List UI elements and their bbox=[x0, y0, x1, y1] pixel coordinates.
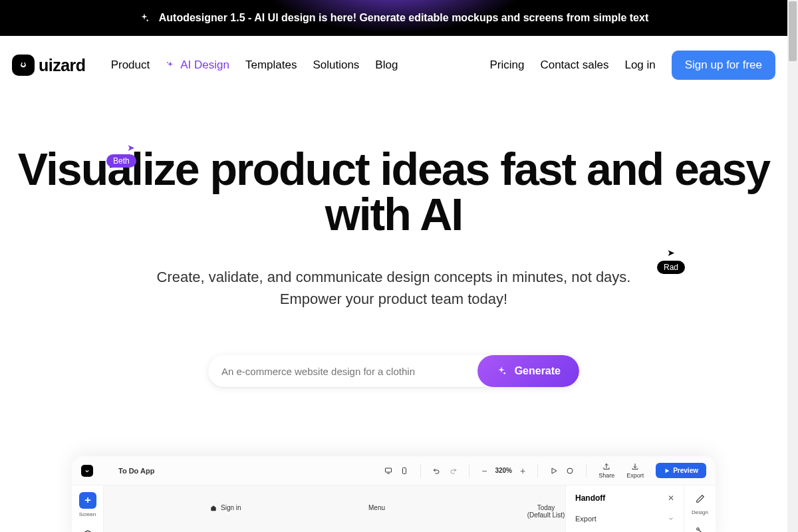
nav-primary: Product AI Design Templates Solutions Bl… bbox=[111, 59, 398, 72]
svg-point-6 bbox=[567, 468, 573, 473]
mobile-icon[interactable] bbox=[400, 467, 408, 475]
sidebar-screen-label: Screen bbox=[79, 511, 96, 517]
site-header: uizard Product AI Design Templates Solut… bbox=[0, 36, 787, 94]
zoom-group: − 320% + bbox=[481, 466, 525, 476]
cursor-arrow-icon: ➤ bbox=[126, 142, 136, 153]
layers-icon bbox=[82, 529, 93, 532]
undo-redo-group bbox=[433, 467, 457, 475]
nav-contact[interactable]: Contact sales bbox=[540, 59, 608, 72]
svg-point-1 bbox=[503, 372, 505, 374]
handoff-panel: Handoff ✕ Export bbox=[565, 485, 684, 532]
app-topbar: To Do App − 320% + bbox=[72, 456, 716, 485]
nav-product[interactable]: Product bbox=[111, 59, 150, 72]
play-group bbox=[550, 467, 574, 475]
logo-icon bbox=[12, 55, 35, 76]
zoom-out-icon[interactable]: − bbox=[481, 466, 487, 476]
hero-section: Visualize product ideas fast and easy wi… bbox=[0, 94, 787, 532]
nav-pricing[interactable]: Pricing bbox=[489, 59, 524, 72]
canvas-screen-signin[interactable]: Sign in bbox=[210, 504, 241, 511]
sparkle-icon bbox=[139, 13, 150, 23]
toolbar-divider bbox=[420, 464, 421, 477]
app-logo-mini-icon bbox=[81, 465, 93, 477]
close-icon[interactable]: ✕ bbox=[668, 493, 674, 503]
canvas-screen-today[interactable]: Today (Default List) bbox=[527, 504, 565, 519]
preview-button[interactable]: Preview bbox=[656, 463, 706, 478]
app-preview-mockup: To Do App − 320% + bbox=[72, 456, 716, 532]
nav-secondary: Pricing Contact sales Log in Sign up for… bbox=[489, 51, 775, 80]
nav-solutions[interactable]: Solutions bbox=[313, 59, 359, 72]
app-sidebar-right: Handoff ✕ Export Design bbox=[565, 485, 716, 532]
zoom-in-icon[interactable]: + bbox=[520, 466, 525, 476]
svg-rect-4 bbox=[403, 467, 406, 473]
toolbar-divider bbox=[537, 464, 538, 477]
svg-point-0 bbox=[167, 62, 168, 63]
device-toggle-group bbox=[384, 467, 408, 475]
generate-input[interactable] bbox=[208, 366, 477, 377]
layers-button[interactable] bbox=[79, 527, 96, 533]
signup-button[interactable]: Sign up for free bbox=[672, 51, 775, 80]
export-dropdown[interactable]: Export bbox=[575, 515, 674, 523]
scrollbar-thumb[interactable] bbox=[789, 1, 797, 61]
canvas-screen-menu[interactable]: Menu bbox=[368, 504, 385, 511]
edit-tool[interactable] bbox=[692, 491, 708, 507]
cursor-label: Beth bbox=[106, 154, 136, 168]
logo[interactable]: uizard bbox=[12, 55, 86, 76]
zoom-level: 320% bbox=[495, 467, 512, 474]
add-screen-button[interactable] bbox=[79, 492, 96, 509]
nav-login[interactable]: Log in bbox=[624, 59, 655, 72]
more-tool[interactable] bbox=[692, 523, 708, 532]
nav-blog[interactable]: Blog bbox=[375, 59, 398, 72]
play-icon[interactable] bbox=[550, 467, 558, 475]
play-icon bbox=[664, 467, 670, 474]
app-title: To Do App bbox=[118, 467, 154, 475]
desktop-icon[interactable] bbox=[384, 467, 392, 475]
cursor-label: Rad bbox=[657, 261, 685, 274]
link-icon bbox=[696, 527, 705, 532]
browser-scrollbar[interactable] bbox=[787, 0, 798, 532]
sparkle-icon bbox=[166, 61, 175, 70]
cursor-badge-beth: ➤ Beth bbox=[106, 142, 136, 168]
nav-ai-design[interactable]: AI Design bbox=[166, 59, 229, 72]
app-sidebar-left: Screen bbox=[72, 485, 104, 532]
cursor-badge-rad: ➤ Rad bbox=[657, 247, 685, 274]
svg-marker-7 bbox=[666, 468, 670, 473]
toolbar-divider bbox=[469, 464, 469, 477]
app-body: Screen Sign in Menu Today (Default List) bbox=[72, 485, 716, 532]
nav-templates[interactable]: Templates bbox=[245, 59, 297, 72]
handoff-title: Handoff bbox=[575, 493, 605, 503]
pencil-icon bbox=[696, 494, 705, 503]
share-icon bbox=[602, 463, 610, 471]
share-button[interactable]: Share bbox=[598, 463, 614, 479]
toolbar-divider bbox=[586, 464, 587, 477]
announcement-text: Autodesigner 1.5 - AI UI design is here!… bbox=[159, 12, 649, 24]
redo-icon[interactable] bbox=[449, 467, 457, 475]
logo-text: uizard bbox=[39, 56, 86, 75]
cursor-arrow-icon: ➤ bbox=[657, 247, 685, 258]
app-canvas[interactable]: Sign in Menu Today (Default List) bbox=[104, 485, 565, 532]
export-icon bbox=[631, 463, 639, 471]
svg-marker-5 bbox=[552, 468, 557, 473]
record-icon[interactable] bbox=[566, 467, 574, 475]
right-tools-panel: Design bbox=[684, 485, 716, 532]
generate-bar: Generate bbox=[208, 355, 579, 387]
chevron-down-icon bbox=[668, 515, 674, 522]
generate-button[interactable]: Generate bbox=[477, 355, 579, 387]
home-icon bbox=[210, 505, 217, 511]
undo-icon[interactable] bbox=[433, 467, 441, 475]
export-button[interactable]: Export bbox=[626, 463, 644, 479]
design-tool-label: Design bbox=[692, 509, 708, 515]
sparkle-icon bbox=[496, 366, 507, 376]
svg-rect-2 bbox=[386, 468, 392, 472]
announcement-bar[interactable]: Autodesigner 1.5 - AI UI design is here!… bbox=[0, 0, 787, 36]
